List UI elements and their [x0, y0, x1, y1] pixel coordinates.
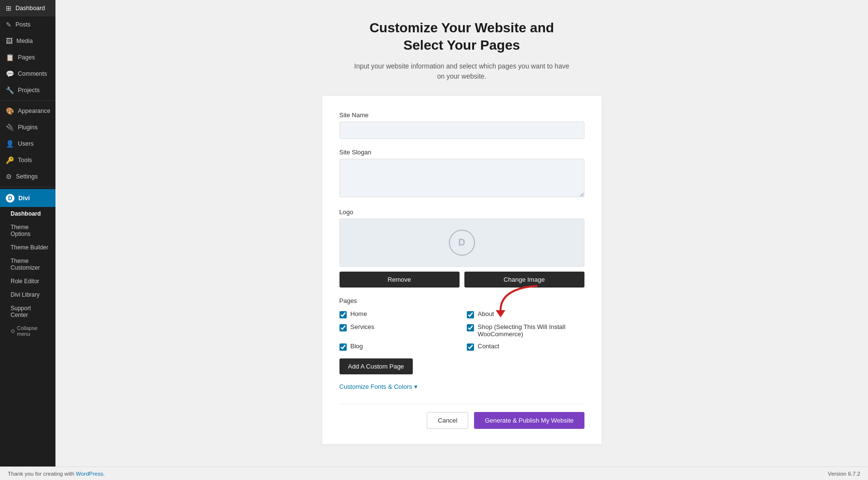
pages-grid: Home About Ser [339, 310, 584, 351]
logo-buttons: Remove Change Image [339, 272, 584, 288]
divi-submenu-dashboard[interactable]: Dashboard [0, 207, 55, 220]
posts-icon: ✎ [6, 21, 12, 28]
page-checkbox-home[interactable]: Home [339, 310, 457, 318]
logo-group: Logo D Remove Change Image [339, 208, 584, 288]
page-checkbox-services[interactable]: Services [339, 323, 457, 338]
logo-area: D [339, 219, 584, 267]
footer-text: Thank you for creating with WordPress. [8, 471, 105, 477]
appearance-icon: 🎨 [6, 107, 14, 115]
projects-icon: 🔧 [6, 86, 14, 94]
sidebar-item-comments[interactable]: 💬 Comments [0, 66, 55, 82]
users-icon: 👤 [6, 140, 14, 148]
site-slogan-label: Site Slogan [339, 149, 584, 156]
divi-submenu-divi-library[interactable]: Divi Library [0, 288, 55, 302]
page-checkbox-contact-input[interactable] [467, 343, 474, 351]
page-checkbox-home-input[interactable] [339, 311, 347, 318]
page-checkbox-services-input[interactable] [339, 324, 347, 331]
divi-submenu-collapse[interactable]: ⊙ Collapse menu [0, 322, 55, 340]
site-slogan-input[interactable] [339, 159, 584, 197]
cancel-button[interactable]: Cancel [427, 412, 468, 429]
divi-submenu-support-center[interactable]: Support Center [0, 302, 55, 322]
sidebar-item-divi[interactable]: D Divi ◀ [0, 189, 55, 207]
dashboard-icon: ⊞ [6, 4, 12, 12]
page-subtitle: Input your website information and selec… [354, 61, 570, 82]
sidebar-item-tools[interactable]: 🔑 Tools [0, 152, 55, 168]
collapse-icon: ⊙ [11, 328, 15, 334]
add-custom-page-button[interactable]: Add A Custom Page [339, 358, 413, 374]
pages-icon: 📋 [6, 54, 14, 61]
divi-icon: D [6, 194, 14, 203]
dropdown-icon: ▾ [414, 383, 418, 390]
page-checkbox-blog[interactable]: Blog [339, 343, 457, 351]
divi-submenu-theme-customizer[interactable]: Theme Customizer [0, 254, 55, 274]
site-name-label: Site Name [339, 111, 584, 119]
footer-bar: Thank you for creating with WordPress. V… [0, 466, 868, 480]
sidebar-item-users[interactable]: 👤 Users [0, 136, 55, 152]
page-title: Customize Your Website and Select Your P… [369, 19, 554, 55]
sidebar-item-pages[interactable]: 📋 Pages [0, 49, 55, 66]
page-label-services: Services [351, 323, 375, 330]
page-label-contact: Contact [478, 343, 500, 350]
comments-icon: 💬 [6, 70, 14, 78]
site-slogan-group: Site Slogan [339, 149, 584, 199]
page-checkbox-blog-input[interactable] [339, 343, 347, 351]
site-name-group: Site Name [339, 111, 584, 139]
page-label-home: Home [351, 310, 367, 317]
page-checkbox-about[interactable]: About [467, 310, 584, 318]
page-label-shop: Shop (Selecting This Will Install WooCom… [478, 323, 584, 338]
sidebar-item-dashboard[interactable]: ⊞ Dashboard [0, 0, 55, 16]
pages-group: Pages Home About [339, 297, 584, 390]
page-checkbox-shop[interactable]: Shop (Selecting This Will Install WooCom… [467, 323, 584, 338]
page-label-about: About [478, 310, 494, 317]
divi-submenu: Dashboard Theme Options Theme Builder Th… [0, 207, 55, 340]
card: Site Name Site Slogan Logo D Remove Chan… [322, 96, 602, 444]
sidebar-item-media[interactable]: 🖼 Media [0, 33, 55, 49]
tools-icon: 🔑 [6, 156, 14, 164]
plugins-icon: 🔌 [6, 123, 14, 131]
logo-placeholder: D [449, 230, 475, 256]
customize-fonts-link[interactable]: Customize Fonts & Colors ▾ [339, 383, 584, 390]
sidebar: ⊞ Dashboard ✎ Posts 🖼 Media 📋 Pages 💬 Co… [0, 0, 55, 480]
divi-submenu-theme-options[interactable]: Theme Options [0, 220, 55, 241]
media-icon: 🖼 [6, 37, 13, 45]
main-content: Customize Your Website and Select Your P… [55, 0, 868, 480]
divi-submenu-role-editor[interactable]: Role Editor [0, 274, 55, 288]
page-checkbox-contact[interactable]: Contact [467, 343, 584, 351]
sidebar-item-posts[interactable]: ✎ Posts [0, 16, 55, 33]
page-checkbox-shop-input[interactable] [467, 324, 474, 331]
change-image-button[interactable]: Change Image [464, 272, 584, 288]
settings-icon: ⚙ [6, 173, 12, 180]
sidebar-item-settings[interactable]: ⚙ Settings [0, 168, 55, 185]
page-checkbox-about-input[interactable] [467, 311, 474, 318]
logo-label: Logo [339, 208, 584, 216]
remove-button[interactable]: Remove [339, 272, 460, 288]
publish-button[interactable]: Generate & Publish My Website [474, 412, 584, 429]
sidebar-item-plugins[interactable]: 🔌 Plugins [0, 119, 55, 136]
sidebar-item-appearance[interactable]: 🎨 Appearance [0, 103, 55, 119]
sidebar-item-projects[interactable]: 🔧 Projects [0, 82, 55, 98]
page-label-blog: Blog [351, 343, 363, 350]
version-text: Version 6.7.2 [828, 471, 860, 477]
divi-submenu-theme-builder[interactable]: Theme Builder [0, 241, 55, 254]
pages-label: Pages [339, 297, 584, 304]
site-name-input[interactable] [339, 122, 584, 139]
wordpress-link[interactable]: WordPress. [76, 471, 105, 477]
divi-collapse-arrow: ◀ [44, 193, 50, 203]
card-footer: Cancel Generate & Publish My Website [339, 404, 584, 429]
svg-marker-0 [496, 310, 505, 317]
